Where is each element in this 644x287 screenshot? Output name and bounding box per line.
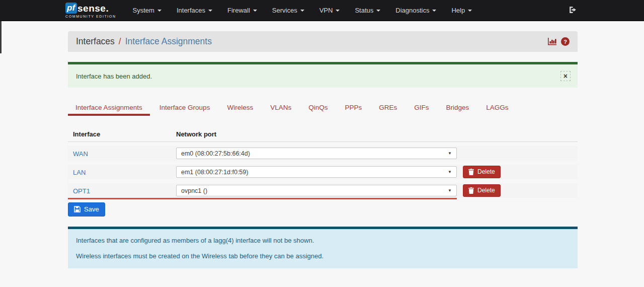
tab-ppps[interactable]: PPPs [337, 100, 369, 116]
chevron-down-icon [208, 10, 212, 12]
navbar-item-label: Diagnostics [395, 7, 429, 14]
delete-button[interactable]: Delete [463, 166, 501, 178]
tab-interface-groups[interactable]: Interface Groups [152, 100, 218, 116]
pfsense-logo-wordmark: pf sense. [65, 3, 116, 14]
chevron-down-icon [432, 10, 436, 12]
alert-message: Interface has been added. [76, 73, 152, 80]
delete-button-label: Delete [477, 168, 495, 175]
network-port-select[interactable]: ovpnc1 () ▼ [176, 185, 457, 196]
table-row-lan: LAN em1 (08:00:27:1d:f0:59) ▼ Delete [68, 165, 578, 179]
info-box: Interfaces that are configured as member… [68, 227, 578, 268]
chevron-down-icon: ▼ [448, 170, 452, 174]
chevron-down-icon: ▼ [448, 151, 452, 156]
pfsense-logo-sense: sense. [77, 4, 109, 13]
tab-wireless[interactable]: Wireless [219, 100, 261, 116]
navbar-item-system[interactable]: System [125, 4, 169, 17]
chevron-down-icon [468, 10, 472, 12]
interface-link[interactable]: WAN [73, 150, 88, 158]
sign-out-icon[interactable] [569, 6, 577, 16]
community-edition-label: COMMUNITY EDITION [65, 15, 116, 18]
table-header-row: Interface Network port [68, 127, 578, 142]
chevron-down-icon [157, 10, 162, 12]
info-note: Wireless interfaces must be created on t… [76, 252, 570, 260]
delete-button[interactable]: Delete [463, 184, 501, 197]
network-port-select[interactable]: em0 (08:00:27:5b:66:4d) ▼ [176, 148, 457, 159]
tab-qinqs[interactable]: QinQs [301, 100, 335, 116]
info-note: Interfaces that are configured as member… [76, 237, 570, 244]
window-edge-artifact [0, 21, 2, 53]
pfsense-logo[interactable]: pf sense. COMMUNITY EDITION [65, 3, 116, 18]
breadcrumb-separator: / [119, 36, 121, 47]
network-port-select[interactable]: em1 (08:00:27:1d:f0:59) ▼ [176, 166, 457, 178]
tab-vlans[interactable]: VLANs [263, 100, 299, 116]
navbar-item-label: System [133, 7, 154, 14]
chevron-down-icon [253, 10, 257, 12]
success-alert: Interface has been added. × [68, 62, 578, 88]
delete-button-label: Delete [477, 187, 495, 194]
save-button-label: Save [84, 205, 99, 213]
tab-gres[interactable]: GREs [371, 100, 405, 116]
tab-interface-assignments[interactable]: Interface Assignments [68, 100, 150, 116]
network-port-select-value: em1 (08:00:27:1d:f0:59) [181, 169, 448, 176]
tab-bar: Interface AssignmentsInterface GroupsWir… [68, 100, 578, 116]
column-header-network-port: Network port [176, 130, 457, 138]
breadcrumb-icons: ? [548, 37, 570, 46]
table-row-wan: WAN em0 (08:00:27:5b:66:4d) ▼ [68, 146, 578, 161]
tab-gifs[interactable]: GIFs [407, 100, 436, 116]
table-row-opt1: OPT1 ovpnc1 () ▼ Delete [68, 183, 578, 198]
navbar-item-help[interactable]: Help [444, 4, 479, 17]
network-port-select-value: em0 (08:00:27:5b:66:4d) [181, 150, 448, 157]
chevron-down-icon [300, 10, 304, 12]
chevron-down-icon [336, 10, 340, 12]
navbar-item-status[interactable]: Status [347, 4, 388, 17]
interface-link[interactable]: LAN [73, 169, 86, 176]
interface-assignments-table: Interface Network port WAN em0 (08:00:27… [68, 127, 578, 198]
bar-chart-icon[interactable] [548, 38, 556, 45]
tab-laggs[interactable]: LAGGs [478, 100, 516, 116]
network-port-select-value: ovpnc1 () [181, 187, 448, 194]
breadcrumb-page: Interface Assignments [125, 36, 212, 47]
navbar-item-diagnostics[interactable]: Diagnostics [388, 4, 444, 17]
chevron-down-icon: ▼ [448, 188, 452, 193]
pfsense-logo-pf: pf [65, 3, 77, 14]
interface-link[interactable]: OPT1 [73, 187, 90, 195]
column-header-interface: Interface [68, 130, 176, 138]
highlight-underline [68, 198, 457, 199]
navbar-item-label: Help [451, 7, 465, 14]
close-icon[interactable]: × [560, 71, 571, 81]
help-icon[interactable]: ? [561, 37, 570, 46]
navbar-item-label: Services [272, 7, 297, 14]
navbar-item-label: Firewall [227, 7, 250, 14]
navbar-menu: System Interfaces Firewall Services VPN … [125, 4, 480, 17]
save-button[interactable]: Save [68, 202, 105, 217]
breadcrumb-section: Interfaces [76, 36, 115, 47]
tab-bridges[interactable]: Bridges [438, 100, 476, 116]
navbar-item-label: VPN [319, 7, 333, 14]
breadcrumb: Interfaces / Interface Assignments ? [68, 31, 578, 52]
top-navbar: pf sense. COMMUNITY EDITION System Inter… [0, 0, 644, 21]
navbar-item-interfaces[interactable]: Interfaces [169, 4, 220, 17]
page-content: Interfaces / Interface Assignments ? Int… [68, 31, 578, 268]
navbar-item-label: Interfaces [177, 7, 205, 14]
navbar-item-label: Status [355, 7, 373, 14]
navbar-item-services[interactable]: Services [265, 4, 312, 17]
navbar-item-firewall[interactable]: Firewall [220, 4, 265, 17]
chevron-down-icon [376, 10, 380, 12]
navbar-item-vpn[interactable]: VPN [312, 4, 348, 17]
